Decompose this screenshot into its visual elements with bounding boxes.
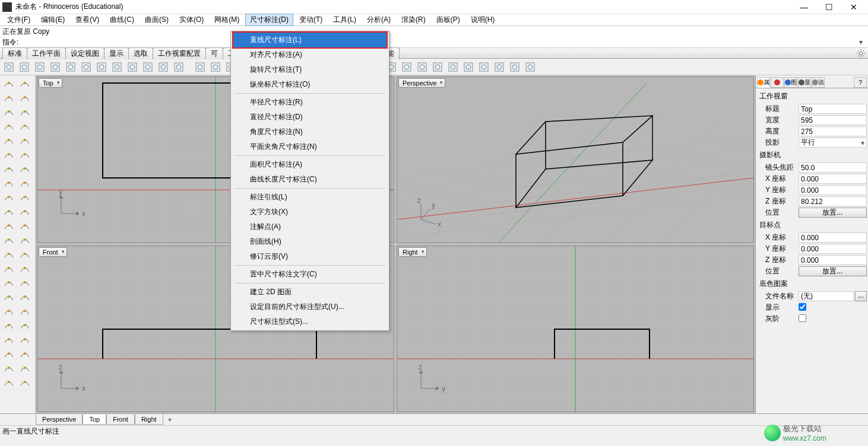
menu-12[interactable]: 面板(P) xyxy=(432,14,465,26)
toolbar-button[interactable] xyxy=(33,60,46,74)
dropdown-item[interactable]: 直径尺寸标注(D) xyxy=(232,110,388,125)
side-tool-button[interactable] xyxy=(1,361,16,374)
dropdown-item[interactable]: 对齐尺寸标注(A) xyxy=(232,47,388,62)
toolbar-button[interactable] xyxy=(64,60,77,74)
property-value[interactable]: 275 xyxy=(799,126,867,136)
property-value[interactable]: 0.000 xyxy=(799,255,867,265)
side-tool-button[interactable] xyxy=(1,148,16,161)
toolbar-button[interactable] xyxy=(462,60,475,74)
menu-5[interactable]: 实体(O) xyxy=(175,14,208,26)
side-tool-button[interactable] xyxy=(17,205,32,218)
viewport-tab[interactable]: Perspective xyxy=(36,415,83,425)
close-button[interactable]: ✕ xyxy=(842,1,866,13)
menu-4[interactable]: 曲面(S) xyxy=(140,14,173,26)
minimize-button[interactable]: — xyxy=(792,1,816,13)
side-tool-button[interactable] xyxy=(17,219,32,232)
side-tool-button[interactable] xyxy=(17,262,32,275)
shelf-settings-icon[interactable] xyxy=(856,49,866,58)
property-browse-button[interactable]: ... xyxy=(855,291,867,301)
toolbar-button[interactable] xyxy=(508,60,521,74)
dropdown-item[interactable]: 建立 2D 图面 xyxy=(232,285,388,300)
side-tool-button[interactable] xyxy=(1,262,16,275)
side-tool-button[interactable] xyxy=(1,205,16,218)
menu-10[interactable]: 分析(A) xyxy=(362,14,395,26)
toolbar-button[interactable] xyxy=(157,60,170,74)
side-tool-button[interactable] xyxy=(1,333,16,346)
side-tool-button[interactable] xyxy=(1,304,16,317)
side-tool-button[interactable] xyxy=(1,119,16,132)
dropdown-item[interactable]: 平面夹角尺寸标注(N) xyxy=(232,139,388,154)
toolbar-button[interactable] xyxy=(524,60,537,74)
side-tool-button[interactable] xyxy=(1,190,16,203)
properties-tab[interactable]: 图 xyxy=(784,77,797,88)
side-tool-button[interactable] xyxy=(1,276,16,289)
side-tool-button[interactable] xyxy=(1,318,16,332)
toolbar-button[interactable] xyxy=(80,60,93,74)
side-tool-button[interactable] xyxy=(17,304,32,317)
toolbar-button[interactable] xyxy=(416,60,429,74)
dropdown-item[interactable]: 标注引线(L) xyxy=(232,190,388,205)
menu-0[interactable]: 文件(F) xyxy=(2,14,35,26)
side-tool-button[interactable] xyxy=(1,290,16,303)
viewport-label-front[interactable]: Front xyxy=(39,247,67,257)
maximize-button[interactable]: ☐ xyxy=(817,1,841,13)
property-value[interactable]: 0.000 xyxy=(799,174,867,184)
viewport-perspective[interactable]: Perspective xyz xyxy=(397,77,754,243)
side-tool-button[interactable] xyxy=(17,361,32,374)
dropdown-item[interactable]: 纵坐标尺寸标注(O) xyxy=(232,77,388,92)
menu-8[interactable]: 变动(T) xyxy=(294,14,327,26)
property-value[interactable]: 平行▾ xyxy=(799,138,867,148)
side-tool-button[interactable] xyxy=(1,162,16,175)
property-value[interactable]: Top xyxy=(799,104,867,114)
menu-6[interactable]: 网格(M) xyxy=(210,14,244,26)
menu-2[interactable]: 查看(V) xyxy=(71,14,104,26)
side-tool-button[interactable] xyxy=(17,375,32,388)
side-tool-button[interactable] xyxy=(1,176,16,189)
dropdown-item[interactable]: 面积尺寸标注(A) xyxy=(232,157,388,172)
menu-7[interactable]: 尺寸标注(D) xyxy=(245,14,293,26)
add-viewport-tab-icon[interactable]: ✦ xyxy=(163,415,176,425)
menu-13[interactable]: 说明(H) xyxy=(466,14,500,26)
command-input[interactable] xyxy=(18,38,856,46)
side-tool-button[interactable] xyxy=(17,247,32,260)
side-tool-button[interactable] xyxy=(17,162,32,175)
property-button[interactable]: 放置... xyxy=(799,266,867,276)
shelf-tab[interactable]: 标准 xyxy=(2,47,27,59)
properties-tab[interactable] xyxy=(771,77,784,88)
side-tool-button[interactable] xyxy=(17,176,32,189)
property-value[interactable]: (无) xyxy=(799,291,854,301)
toolbar-button[interactable] xyxy=(194,60,207,74)
properties-tab[interactable]: 显 xyxy=(798,77,811,88)
toolbar-button[interactable] xyxy=(141,60,154,74)
properties-tab[interactable]: 说 xyxy=(812,77,825,88)
dropdown-item[interactable]: 尺寸标注型式(S)... xyxy=(232,314,388,329)
toolbar-button[interactable] xyxy=(2,60,15,74)
side-tool-button[interactable] xyxy=(17,119,32,132)
toolbar-button[interactable] xyxy=(209,60,222,74)
side-tool-button[interactable] xyxy=(17,148,32,161)
properties-tab-help-icon[interactable]: ? xyxy=(854,77,867,88)
command-history-dropdown-icon[interactable]: ▾ xyxy=(856,38,866,46)
side-tool-button[interactable] xyxy=(1,233,16,246)
menu-1[interactable]: 编辑(E) xyxy=(36,14,69,26)
toolbar-button[interactable] xyxy=(400,60,413,74)
side-tool-button[interactable] xyxy=(17,105,32,118)
side-tool-button[interactable] xyxy=(1,219,16,232)
dropdown-item[interactable]: 置中尺寸标注文字(C) xyxy=(232,267,388,282)
dropdown-item[interactable]: 旋转尺寸标注(T) xyxy=(232,62,388,77)
viewport-right[interactable]: Right yz xyxy=(397,246,754,412)
dropdown-item[interactable]: 半径尺寸标注(R) xyxy=(232,95,388,110)
dropdown-item[interactable]: 剖面线(H) xyxy=(232,234,388,249)
properties-tab[interactable]: 属 xyxy=(757,77,770,88)
viewport-tab[interactable]: Right xyxy=(135,415,163,425)
shelf-tab[interactable]: 显示 xyxy=(104,47,129,59)
side-tool-button[interactable] xyxy=(17,347,32,360)
dropdown-item[interactable]: 直线尺寸标注(L) xyxy=(232,31,388,49)
side-tool-button[interactable] xyxy=(17,333,32,346)
side-tool-button[interactable] xyxy=(1,375,16,388)
side-tool-button[interactable] xyxy=(1,347,16,360)
toolbar-button[interactable] xyxy=(110,60,123,74)
side-tool-button[interactable] xyxy=(17,318,32,332)
dropdown-item[interactable]: 曲线长度尺寸标注(C) xyxy=(232,172,388,187)
toolbar-button[interactable] xyxy=(49,60,62,74)
